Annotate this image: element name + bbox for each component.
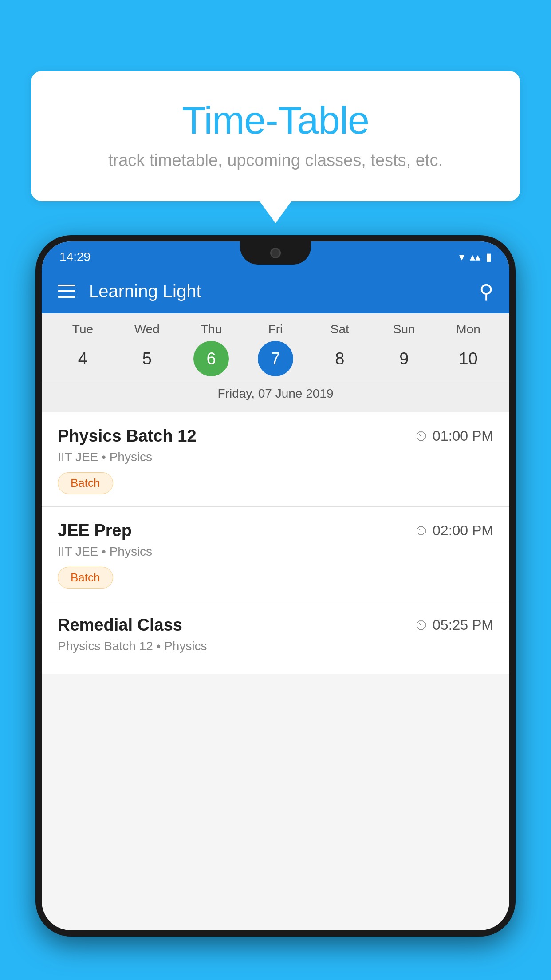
day-name-tue[interactable]: Tue <box>51 322 115 336</box>
schedule-item-0-sub: IIT JEE • Physics <box>58 450 493 464</box>
schedule-item-0-time-container: ⏲ 01:00 PM <box>415 428 493 444</box>
schedule-item-2-time-container: ⏲ 05:25 PM <box>415 617 493 633</box>
calendar-week: Tue Wed Thu Fri Sat Sun Mon 4 5 6 7 8 9 … <box>42 313 509 412</box>
app-title: Learning Light <box>89 281 466 301</box>
day-num-6-today[interactable]: 6 <box>193 341 229 376</box>
day-num-5[interactable]: 5 <box>115 341 179 376</box>
day-numbers-row: 4 5 6 7 8 9 10 <box>42 341 509 376</box>
schedule-item-0-title: Physics Batch 12 <box>58 427 197 446</box>
schedule-item-2-time: 05:25 PM <box>433 617 493 633</box>
day-name-thu[interactable]: Thu <box>179 322 244 336</box>
schedule-item-2-sub: Physics Batch 12 • Physics <box>58 639 493 653</box>
phone-screen: 14:29 ▾ ▴▴ ▮ Learning Light ⚲ <box>42 241 509 930</box>
schedule-item-0[interactable]: Physics Batch 12 ⏲ 01:00 PM IIT JEE • Ph… <box>42 412 509 507</box>
hamburger-menu-icon[interactable] <box>58 285 75 298</box>
status-time: 14:29 <box>59 250 91 264</box>
app-bar: Learning Light ⚲ <box>42 269 509 313</box>
day-num-4[interactable]: 4 <box>51 341 115 376</box>
schedule-item-2-title: Remedial Class <box>58 616 182 635</box>
schedule-item-1-sub: IIT JEE • Physics <box>58 545 493 559</box>
schedule-item-0-header: Physics Batch 12 ⏲ 01:00 PM <box>58 427 493 446</box>
day-name-sun[interactable]: Sun <box>372 322 436 336</box>
phone-container: 14:29 ▾ ▴▴ ▮ Learning Light ⚲ <box>35 235 516 980</box>
battery-icon: ▮ <box>486 251 492 263</box>
bubble-subtitle: track timetable, upcoming classes, tests… <box>67 151 484 170</box>
schedule-item-1-title: JEE Prep <box>58 521 132 540</box>
schedule-item-0-badge: Batch <box>58 472 113 494</box>
schedule-item-2-header: Remedial Class ⏲ 05:25 PM <box>58 616 493 635</box>
camera-dot <box>270 248 281 258</box>
day-name-wed[interactable]: Wed <box>115 322 179 336</box>
schedule-item-1[interactable]: JEE Prep ⏲ 02:00 PM IIT JEE • Physics Ba… <box>42 507 509 601</box>
schedule-item-1-time-container: ⏲ 02:00 PM <box>415 522 493 539</box>
schedule-list: Physics Batch 12 ⏲ 01:00 PM IIT JEE • Ph… <box>42 412 509 674</box>
speech-bubble: Time-Table track timetable, upcoming cla… <box>31 71 520 201</box>
schedule-item-0-time: 01:00 PM <box>433 428 493 444</box>
schedule-item-1-time: 02:00 PM <box>433 522 493 539</box>
search-icon[interactable]: ⚲ <box>479 280 493 303</box>
bubble-title: Time-Table <box>67 98 484 143</box>
day-num-10[interactable]: 10 <box>436 341 500 376</box>
clock-icon-1: ⏲ <box>415 523 428 538</box>
day-name-fri[interactable]: Fri <box>244 322 308 336</box>
day-num-7-selected[interactable]: 7 <box>258 341 293 376</box>
status-icons: ▾ ▴▴ ▮ <box>459 251 492 263</box>
selected-date-label: Friday, 07 June 2019 <box>42 383 509 408</box>
day-names-row: Tue Wed Thu Fri Sat Sun Mon <box>42 322 509 336</box>
signal-icon: ▴▴ <box>470 251 480 263</box>
schedule-item-1-header: JEE Prep ⏲ 02:00 PM <box>58 521 493 540</box>
phone-notch <box>240 241 311 265</box>
clock-icon-0: ⏲ <box>415 429 428 444</box>
wifi-icon: ▾ <box>459 251 464 263</box>
day-name-sat[interactable]: Sat <box>307 322 372 336</box>
phone-outer: 14:29 ▾ ▴▴ ▮ Learning Light ⚲ <box>35 235 516 937</box>
speech-bubble-container: Time-Table track timetable, upcoming cla… <box>31 71 520 201</box>
schedule-item-1-badge: Batch <box>58 567 113 589</box>
schedule-item-2[interactable]: Remedial Class ⏲ 05:25 PM Physics Batch … <box>42 601 509 674</box>
day-num-8[interactable]: 8 <box>307 341 372 376</box>
day-num-9[interactable]: 9 <box>372 341 436 376</box>
clock-icon-2: ⏲ <box>415 618 428 633</box>
day-name-mon[interactable]: Mon <box>436 322 500 336</box>
